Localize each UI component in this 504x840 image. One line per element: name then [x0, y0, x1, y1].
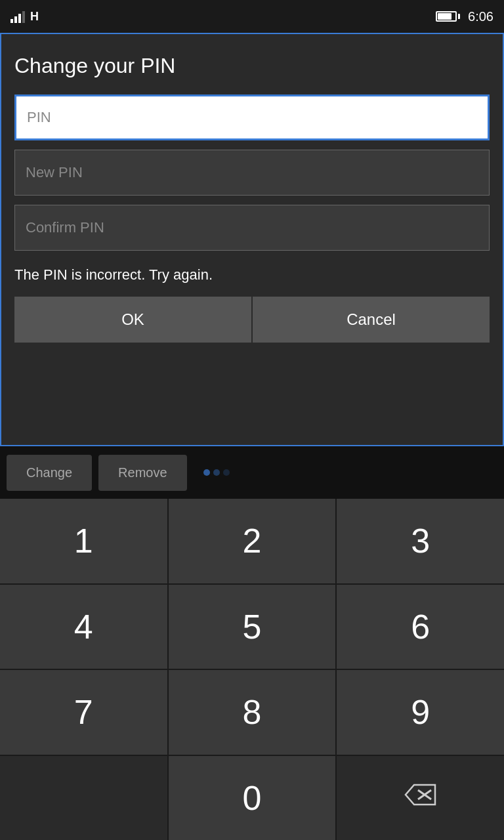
key-7[interactable]: 7	[0, 670, 167, 755]
key-6[interactable]: 6	[337, 585, 504, 669]
key-2[interactable]: 2	[169, 499, 336, 583]
dialog-buttons: OK Cancel	[14, 297, 490, 343]
dialog-title: Change your PIN	[14, 54, 490, 78]
key-empty	[0, 756, 167, 841]
current-pin-placeholder: PIN	[27, 109, 51, 126]
key-8[interactable]: 8	[169, 670, 336, 755]
status-bar: H 6:06	[0, 0, 504, 33]
key-5[interactable]: 5	[169, 585, 336, 669]
key-9[interactable]: 9	[337, 670, 504, 755]
dot-1	[203, 469, 210, 476]
dot-3	[223, 469, 230, 476]
new-pin-placeholder: New PIN	[26, 164, 83, 181]
status-right: 6:06	[436, 9, 494, 24]
key-3[interactable]: 3	[337, 499, 504, 583]
key-1[interactable]: 1	[0, 499, 167, 583]
backspace-icon	[402, 782, 438, 814]
current-pin-field[interactable]: PIN	[14, 94, 490, 140]
ok-button[interactable]: OK	[14, 297, 251, 343]
backspace-button[interactable]	[337, 756, 504, 841]
confirm-pin-field[interactable]: Confirm PIN	[14, 205, 490, 251]
bottom-action-bar: Change Remove	[0, 446, 504, 499]
error-message: The PIN is incorrect. Try again.	[14, 266, 490, 284]
dot-2	[213, 469, 220, 476]
key-4[interactable]: 4	[0, 585, 167, 669]
time-display: 6:06	[468, 9, 494, 24]
confirm-pin-placeholder: Confirm PIN	[26, 219, 104, 236]
current-pin-wrapper: PIN	[14, 94, 490, 140]
network-type: H	[30, 10, 39, 24]
status-left: H	[10, 10, 39, 24]
key-0[interactable]: 0	[169, 756, 336, 841]
new-pin-field[interactable]: New PIN	[14, 150, 490, 196]
loading-indicator	[203, 469, 230, 476]
change-button[interactable]: Change	[7, 455, 92, 491]
change-pin-dialog: Change your PIN PIN New PIN Confirm PIN …	[0, 33, 504, 446]
numpad: 1 2 3 4 5 6 7 8 9 0	[0, 499, 504, 840]
cancel-button[interactable]: Cancel	[253, 297, 490, 343]
remove-button[interactable]: Remove	[98, 455, 186, 491]
signal-icon	[10, 10, 25, 23]
svg-marker-0	[406, 785, 435, 805]
battery-icon	[436, 11, 460, 22]
